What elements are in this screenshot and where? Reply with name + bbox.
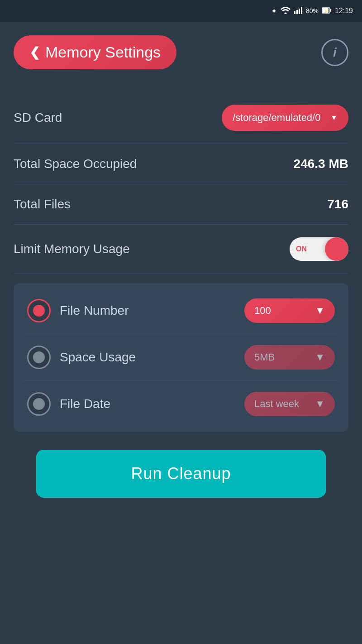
file-date-radio-inner	[33, 398, 45, 410]
total-files-label: Total Files	[14, 197, 71, 211]
file-number-option-left: File Number	[27, 299, 129, 322]
file-date-value: Last week	[254, 398, 299, 410]
sd-card-value: /storage/emulated/0	[233, 112, 320, 124]
space-usage-dropdown-arrow-icon: ▼	[315, 351, 325, 363]
space-usage-radio[interactable]	[27, 346, 51, 369]
back-arrow-icon: ❮	[29, 45, 40, 60]
svg-rect-2	[296, 10, 298, 14]
sd-card-row: SD Card /storage/emulated/0 ▼	[14, 92, 348, 144]
signal-icon	[294, 7, 302, 15]
toggle-circle	[325, 237, 348, 261]
run-cleanup-button[interactable]: Run Cleanup	[36, 450, 326, 498]
limit-memory-row: Limit Memory Usage ON	[14, 225, 348, 274]
svg-text:⚡: ⚡	[324, 9, 328, 13]
space-usage-option-row: Space Usage 5MB ▼	[23, 334, 339, 381]
battery-text: 80%	[306, 7, 319, 14]
bluetooth-icon: ✦	[271, 7, 277, 15]
space-usage-dropdown[interactable]: 5MB ▼	[244, 345, 335, 370]
wifi-icon	[281, 7, 291, 15]
file-number-radio[interactable]	[27, 299, 51, 322]
file-date-dropdown[interactable]: Last week ▼	[244, 392, 335, 416]
file-date-dropdown-arrow-icon: ▼	[315, 398, 325, 410]
limit-memory-label: Limit Memory Usage	[14, 242, 130, 256]
svg-rect-4	[301, 7, 302, 14]
status-bar: ✦ 80% ⚡	[0, 0, 362, 22]
space-usage-label: Space Usage	[60, 350, 136, 365]
options-section: File Number 100 ▼ Space Usage 5MB ▼	[14, 283, 348, 432]
file-date-option-left: File Date	[27, 392, 110, 416]
battery-icon: ⚡	[322, 7, 331, 15]
space-usage-radio-inner	[33, 351, 45, 363]
time-text: 12:19	[335, 7, 353, 15]
file-number-value: 100	[254, 305, 271, 317]
main-content: ❮ Memory Settings i SD Card /storage/emu…	[0, 22, 362, 516]
file-number-label: File Number	[60, 303, 129, 318]
space-usage-value: 5MB	[254, 351, 275, 363]
file-date-radio[interactable]	[27, 392, 51, 416]
svg-rect-1	[294, 11, 295, 14]
header: ❮ Memory Settings i	[14, 35, 348, 69]
file-date-option-row: File Date Last week ▼	[23, 381, 339, 427]
memory-toggle[interactable]: ON	[290, 237, 348, 261]
sd-card-dropdown[interactable]: /storage/emulated/0 ▼	[222, 105, 348, 131]
svg-point-0	[284, 12, 286, 14]
total-files-value: 716	[327, 197, 348, 211]
svg-rect-7	[330, 9, 331, 12]
file-date-label: File Date	[60, 397, 110, 411]
info-button[interactable]: i	[321, 39, 348, 66]
space-usage-option-left: Space Usage	[27, 346, 136, 369]
toggle-on-label: ON	[290, 245, 307, 253]
back-button[interactable]: ❮ Memory Settings	[14, 35, 176, 69]
file-number-dropdown-arrow-icon: ▼	[315, 305, 325, 317]
total-space-row: Total Space Occupied 246.3 MB	[14, 144, 348, 184]
info-icon: i	[333, 45, 337, 60]
file-number-dropdown[interactable]: 100 ▼	[244, 298, 335, 323]
page-title: Memory Settings	[45, 43, 161, 61]
svg-rect-3	[299, 9, 300, 14]
status-icons: ✦ 80% ⚡	[271, 7, 353, 15]
total-space-label: Total Space Occupied	[14, 157, 137, 171]
file-number-option-row: File Number 100 ▼	[23, 288, 339, 334]
file-number-radio-inner	[33, 305, 45, 317]
sd-card-label: SD Card	[14, 111, 62, 125]
total-space-value: 246.3 MB	[294, 157, 348, 171]
total-files-row: Total Files 716	[14, 184, 348, 225]
sd-card-dropdown-arrow-icon: ▼	[330, 114, 338, 122]
